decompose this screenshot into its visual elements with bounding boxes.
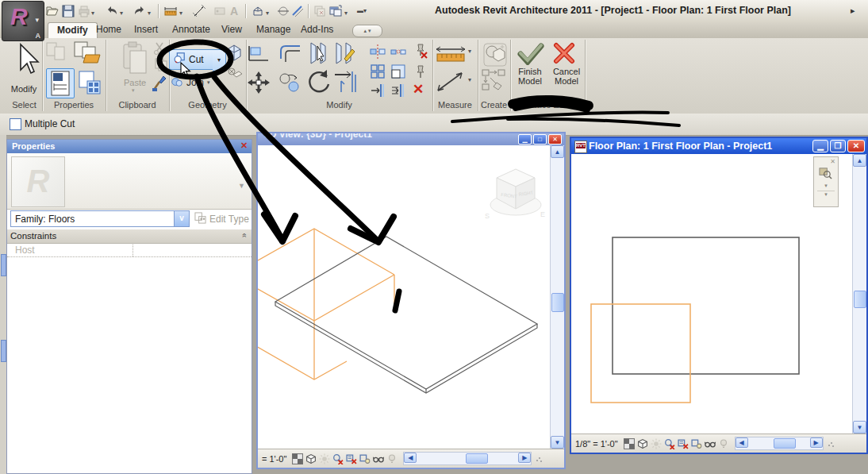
mirror-draw-axis-icon[interactable] xyxy=(390,44,406,63)
shadows-icon[interactable] xyxy=(651,438,662,449)
family-selector-combobox[interactable]: Family: Floors v xyxy=(10,210,190,227)
measure2-dropdown-icon[interactable]: ▾ xyxy=(468,76,471,83)
combobox-dropdown-button[interactable]: v xyxy=(174,211,189,226)
close-icon[interactable]: ✕ xyxy=(548,134,562,145)
panel-label-select[interactable]: Select xyxy=(6,99,42,110)
close-icon[interactable]: ✕ xyxy=(847,140,865,152)
delete-icon[interactable]: ✕ xyxy=(413,83,424,97)
view-scale-button[interactable]: 1/8" = 1'-0" xyxy=(571,439,621,449)
qat-customize-icon[interactable]: ▬▾ xyxy=(357,7,367,14)
type-selector-dropdown-icon[interactable]: ▼ xyxy=(238,182,245,190)
scroll-left-icon[interactable]: ◀ xyxy=(735,437,748,448)
wall-joins-icon[interactable] xyxy=(225,43,244,62)
undo-dropdown-icon[interactable]: ▾ xyxy=(120,10,123,17)
trim-extend-icon[interactable] xyxy=(333,70,357,97)
crop-region-visible-icon[interactable] xyxy=(691,438,702,449)
navbar-dropdown-icon[interactable]: ▾ xyxy=(814,183,838,189)
scrollbar-thumb[interactable] xyxy=(466,453,488,464)
resize-grip[interactable] xyxy=(536,456,542,462)
shadows-icon[interactable] xyxy=(319,453,330,464)
navbar-close-icon[interactable]: ✕ xyxy=(814,157,838,165)
scrollbar-thumb[interactable] xyxy=(551,293,564,312)
close-icon[interactable]: ✕ xyxy=(239,141,249,151)
match-type-icon[interactable] xyxy=(152,75,167,92)
detail-level-icon[interactable] xyxy=(292,453,303,464)
tab-addins[interactable]: Add-Ins xyxy=(292,22,342,37)
aligned-dimension-button[interactable] xyxy=(192,4,206,18)
show-crop-region-icon[interactable] xyxy=(346,453,357,464)
scroll-up-icon[interactable]: ▲ xyxy=(853,154,866,167)
paste-button[interactable]: Paste xyxy=(117,78,152,87)
tab-home[interactable]: Home xyxy=(87,22,130,37)
move-icon[interactable] xyxy=(246,70,271,98)
minimize-icon[interactable]: ▁ xyxy=(518,134,532,145)
redo-dropdown-icon[interactable]: ▾ xyxy=(148,10,151,17)
floor-plan-horizontal-scrollbar[interactable]: ◀ ▶ xyxy=(735,437,824,450)
scrollbar-thumb[interactable] xyxy=(854,291,866,308)
constraints-section-header[interactable]: Constraints » xyxy=(7,229,252,244)
scroll-down-icon[interactable]: ▼ xyxy=(853,421,866,434)
scrollbar-thumb[interactable] xyxy=(774,438,796,449)
measure-button[interactable] xyxy=(163,4,178,18)
split-element-icon[interactable] xyxy=(308,41,328,68)
floor-plan-title-bar[interactable]: RVT Floor Plan: 1 First Floor Plan - Pro… xyxy=(571,138,866,154)
visual-style-icon[interactable] xyxy=(637,438,648,449)
ribbon-minimize-toggle[interactable]: ▴ ▾ xyxy=(352,25,382,37)
navigation-bar[interactable]: ✕ ▾ ▾ xyxy=(813,156,839,207)
panel-label-geometry[interactable]: Geometry xyxy=(169,99,246,110)
switch-windows-button[interactable] xyxy=(328,4,343,18)
finish-model-button[interactable]: Finish Model xyxy=(509,67,551,86)
tab-insert[interactable]: Insert xyxy=(125,22,167,37)
application-menu-button[interactable]: R ▾ A xyxy=(2,1,44,41)
tab-view[interactable]: View xyxy=(213,22,251,37)
mirror-pick-axis-icon[interactable] xyxy=(370,44,386,63)
scroll-right-icon[interactable]: ▶ xyxy=(518,453,531,463)
panel-label-modify[interactable]: Modify xyxy=(246,99,432,110)
properties-palette-toggle[interactable] xyxy=(46,68,75,98)
join-dropdown-icon[interactable]: ▾ xyxy=(207,79,210,86)
unpin-icon[interactable] xyxy=(411,42,428,63)
create-similar-icon[interactable] xyxy=(481,68,508,97)
visual-style-icon[interactable] xyxy=(305,453,317,464)
title-overflow-arrow[interactable]: ▸ xyxy=(851,6,855,16)
tag-button[interactable] xyxy=(213,4,227,18)
offset-icon[interactable] xyxy=(278,43,303,67)
properties-palette-header[interactable]: Properties ✕ xyxy=(7,140,252,153)
navbar-more-icon[interactable]: ▾ xyxy=(817,191,835,198)
rotate-icon[interactable] xyxy=(306,68,332,97)
copy-icon[interactable] xyxy=(278,71,301,97)
minimize-icon[interactable]: ▁ xyxy=(812,140,828,152)
create-group-icon[interactable] xyxy=(482,42,508,71)
copy-to-clipboard-icon[interactable] xyxy=(154,57,168,71)
save-button[interactable] xyxy=(61,4,75,18)
scale-icon[interactable] xyxy=(390,64,406,83)
unjoin-geometry-icon[interactable] xyxy=(227,67,243,83)
open-button[interactable] xyxy=(45,4,60,18)
align-icon[interactable] xyxy=(248,44,271,67)
detail-level-icon[interactable] xyxy=(624,438,635,449)
3d-view-dropdown-icon[interactable]: ▾ xyxy=(266,10,269,17)
maximize-icon[interactable]: □ xyxy=(533,134,547,145)
type-properties-icon[interactable] xyxy=(78,70,103,97)
temporary-hide-isolate-icon[interactable] xyxy=(373,453,384,464)
resize-grip[interactable] xyxy=(828,441,834,447)
panel-label-inplace-editor[interactable]: In-Place Editor xyxy=(510,99,585,110)
print-dropdown-icon[interactable]: ▾ xyxy=(91,10,94,17)
floor-plan-canvas[interactable]: ✕ ▾ ▾ xyxy=(571,154,853,434)
measure-dropdown-icon[interactable]: ▾ xyxy=(179,10,182,17)
crop-view-icon[interactable] xyxy=(664,438,675,449)
zoom-region-icon[interactable] xyxy=(819,166,838,183)
pin-icon[interactable] xyxy=(413,64,428,83)
cancel-model-button[interactable]: Cancel Model xyxy=(546,67,587,86)
floor-plan-vertical-scrollbar[interactable]: ▲ ▼ xyxy=(852,154,866,434)
array-icon[interactable] xyxy=(370,64,386,83)
close-hidden-windows-button[interactable] xyxy=(313,4,327,18)
reveal-hidden-elements-icon[interactable] xyxy=(718,438,729,449)
view3d-horizontal-scrollbar[interactable]: ◀ ▶ xyxy=(403,452,532,465)
multiple-cut-checkbox[interactable] xyxy=(10,118,21,130)
tab-annotate[interactable]: Annotate xyxy=(163,22,219,37)
redo-button[interactable] xyxy=(133,4,147,18)
text-button[interactable]: A xyxy=(230,5,238,17)
panel-label-clipboard[interactable]: Clipboard xyxy=(106,99,169,110)
crop-view-icon[interactable] xyxy=(332,453,344,464)
